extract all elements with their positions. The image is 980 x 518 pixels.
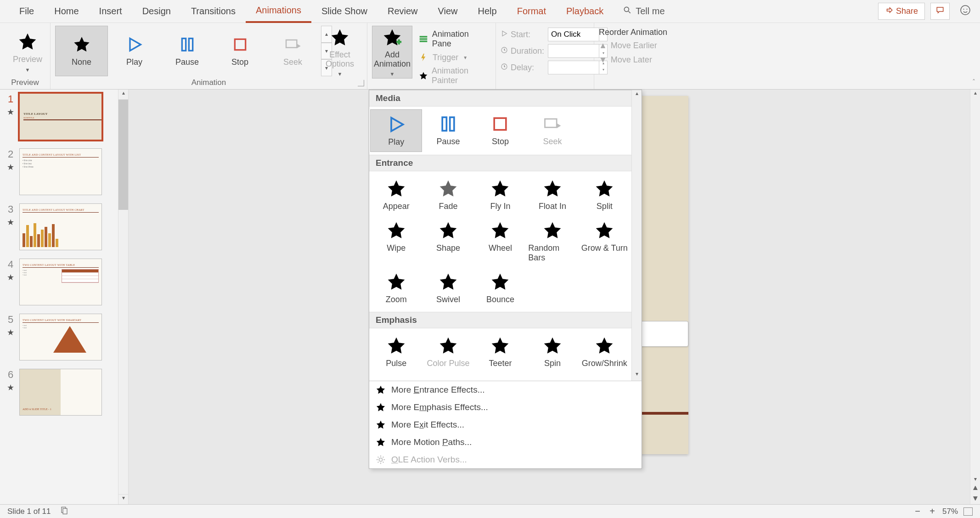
scroll-down-icon[interactable]: ▾ bbox=[118, 494, 128, 504]
animation-none[interactable]: None bbox=[55, 26, 108, 76]
tab-playback[interactable]: Playback bbox=[556, 0, 614, 23]
down-arrow-icon: ▼ bbox=[599, 55, 607, 65]
effect-split[interactable]: Split bbox=[579, 174, 631, 216]
more-exit-effects[interactable]: More Exit Effects... bbox=[369, 416, 642, 434]
scroll-down-icon[interactable]: ▾ bbox=[632, 371, 642, 381]
thumbnail-scrollbar[interactable]: ▴ ▾ bbox=[118, 90, 128, 504]
effect-media-play[interactable]: Play bbox=[370, 109, 422, 152]
canvas-scrollbar[interactable]: ▴ ▾ ⯅ ⯆ bbox=[970, 90, 980, 504]
tab-format[interactable]: Format bbox=[507, 0, 556, 23]
animation-play[interactable]: Play bbox=[108, 26, 161, 76]
collapse-ribbon-button[interactable]: ˄ bbox=[972, 78, 975, 85]
tell-me-search[interactable]: Tell me bbox=[623, 6, 665, 17]
tab-home[interactable]: Home bbox=[44, 0, 89, 23]
fit-to-window-button[interactable] bbox=[963, 507, 973, 516]
effect-growshrink[interactable]: Grow/Shrink bbox=[579, 331, 631, 373]
zoom-in-button[interactable]: + bbox=[928, 506, 937, 517]
share-button[interactable]: Share bbox=[878, 3, 925, 20]
thumbnail-5[interactable]: 5★ TWO CONTENT LAYOUT WITH SMARTART• tex… bbox=[6, 314, 117, 360]
add-animation-icon bbox=[382, 28, 402, 48]
tab-transitions[interactable]: Transitions bbox=[181, 0, 246, 23]
star-red-icon bbox=[376, 420, 386, 430]
zoom-level[interactable]: 57% bbox=[942, 507, 958, 516]
clock-icon bbox=[501, 63, 508, 73]
pause-icon bbox=[178, 35, 197, 54]
effect-media-seek[interactable]: Seek bbox=[526, 109, 578, 152]
more-motion-paths[interactable]: More Motion Paths... bbox=[369, 434, 642, 451]
add-animation-label: Add Animation bbox=[372, 51, 412, 69]
scroll-up-icon[interactable]: ▴ bbox=[632, 90, 642, 100]
effect-randombars[interactable]: Random Bars bbox=[526, 216, 578, 267]
effect-fade[interactable]: Fade bbox=[422, 174, 474, 216]
animation-stop[interactable]: Stop bbox=[214, 26, 266, 76]
animation-indicator-icon: ★ bbox=[7, 162, 14, 172]
effect-bounce[interactable]: Bounce bbox=[474, 267, 526, 309]
tab-design[interactable]: Design bbox=[132, 0, 181, 23]
thumbnail-2[interactable]: 2★ TITLE AND CONTENT LAYOUT WITH LIST• l… bbox=[6, 148, 117, 195]
thumbnail-4[interactable]: 4★ TWO CONTENT LAYOUT WITH TABLE• text• … bbox=[6, 259, 117, 305]
thumbnail-6[interactable]: 6★ ADD A SLIDE TITLE - 1 bbox=[6, 369, 117, 416]
effect-media-pause[interactable]: Pause bbox=[422, 109, 474, 152]
effect-pulse[interactable]: Pulse bbox=[370, 331, 422, 373]
animation-seek[interactable]: Seek bbox=[266, 26, 319, 76]
animation-painter-button[interactable]: Animation Painter bbox=[415, 65, 491, 86]
trigger-button[interactable]: Trigger▼ bbox=[415, 51, 491, 63]
ribbon: Preview ▼ Preview None Play Pause Stop bbox=[0, 23, 980, 90]
scroll-up-icon[interactable]: ▴ bbox=[970, 90, 980, 100]
next-slide-button[interactable]: ⯆ bbox=[970, 495, 980, 504]
zoom-out-button[interactable]: − bbox=[913, 506, 922, 517]
scroll-down-icon[interactable]: ▾ bbox=[970, 476, 980, 486]
preview-button[interactable]: Preview ▼ bbox=[5, 26, 51, 79]
add-animation-dropdown: Media Play Pause Stop Seek Entrance Appe… bbox=[369, 90, 642, 469]
effect-growturn[interactable]: Grow & Turn bbox=[579, 216, 631, 267]
thumbnail-3[interactable]: 3★ TITLE AND CONTENT LAYOUT WITH CHART bbox=[6, 203, 117, 250]
effect-shape[interactable]: Shape bbox=[422, 216, 474, 267]
effect-zoom[interactable]: Zoom bbox=[370, 267, 422, 309]
effect-swivel[interactable]: Swivel bbox=[422, 267, 474, 309]
svg-rect-6 bbox=[189, 38, 192, 51]
animation-pane-button[interactable]: Animation Pane bbox=[415, 28, 491, 50]
add-animation-button[interactable]: Add Animation ▼ bbox=[372, 26, 412, 79]
scroll-up-icon[interactable]: ▴ bbox=[118, 90, 128, 100]
pause-icon bbox=[438, 114, 458, 134]
thumbnail-1[interactable]: 1★ TITLE LAYOUTSUBTITLE bbox=[6, 93, 117, 140]
effect-flyin[interactable]: Fly In bbox=[474, 174, 526, 216]
tab-help[interactable]: Help bbox=[468, 0, 507, 23]
svg-rect-20 bbox=[63, 508, 67, 514]
tab-view[interactable]: View bbox=[428, 0, 468, 23]
tab-file[interactable]: File bbox=[9, 0, 44, 23]
effect-appear[interactable]: Appear bbox=[370, 174, 422, 216]
star-yellow-icon bbox=[386, 336, 406, 356]
effect-wheel[interactable]: Wheel bbox=[474, 216, 526, 267]
painter-icon bbox=[419, 71, 428, 81]
move-later-button[interactable]: ▼Move Later bbox=[599, 54, 677, 66]
effect-wipe[interactable]: Wipe bbox=[370, 216, 422, 267]
more-entrance-effects[interactable]: More Entrance Effects... bbox=[369, 381, 642, 399]
comments-button[interactable] bbox=[930, 3, 950, 20]
more-emphasis-effects[interactable]: More Emphasis Effects... bbox=[369, 399, 642, 416]
feedback-button[interactable] bbox=[960, 5, 971, 18]
effect-spin[interactable]: Spin bbox=[526, 331, 578, 373]
effect-media-stop[interactable]: Stop bbox=[474, 109, 526, 152]
star-green-icon bbox=[490, 272, 510, 292]
trigger-icon bbox=[419, 52, 429, 62]
tab-review[interactable]: Review bbox=[377, 0, 428, 23]
notes-icon[interactable] bbox=[60, 506, 68, 517]
animation-gallery: None Play Pause Stop Seek ▴ ▾ ▾ bbox=[55, 26, 362, 76]
effect-floatin[interactable]: Float In bbox=[526, 174, 578, 216]
move-earlier-button[interactable]: ▲Move Earlier bbox=[599, 40, 677, 51]
star-outline-icon bbox=[376, 437, 386, 447]
tab-slideshow[interactable]: Slide Show bbox=[311, 0, 377, 23]
tab-animations[interactable]: Animations bbox=[246, 0, 311, 23]
effect-colorpulse[interactable]: Color Pulse bbox=[422, 331, 474, 373]
dropdown-scrollbar[interactable]: ▴ ▾ bbox=[631, 90, 642, 381]
animation-dialog-launcher[interactable] bbox=[358, 80, 364, 86]
previous-slide-button[interactable]: ⯅ bbox=[970, 485, 980, 494]
tab-insert[interactable]: Insert bbox=[89, 0, 132, 23]
svg-rect-9 bbox=[420, 36, 428, 37]
effect-options-button[interactable]: Effect Options ▼ bbox=[319, 26, 360, 79]
star-green-icon bbox=[386, 179, 406, 199]
effect-teeter[interactable]: Teeter bbox=[474, 331, 526, 373]
animation-pause[interactable]: Pause bbox=[161, 26, 214, 76]
scrollbar-thumb[interactable] bbox=[118, 100, 128, 210]
